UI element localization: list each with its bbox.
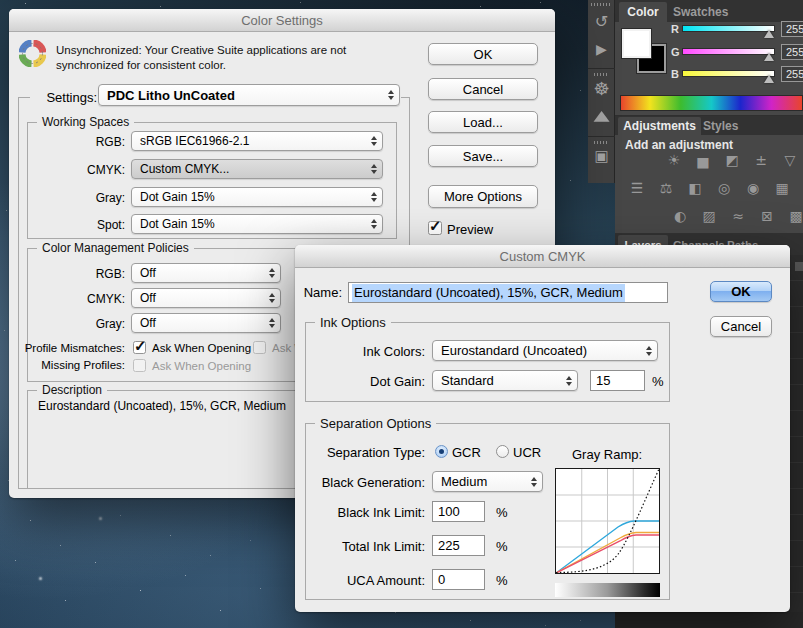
hue-saturation-icon[interactable]: ☰ <box>625 179 649 196</box>
dock-grip[interactable] <box>594 73 608 76</box>
cmp-gray-popup[interactable]: Off <box>131 313 281 333</box>
cmp-rgb-label: RGB: <box>29 267 125 281</box>
ws-spot-popup[interactable]: Dot Gain 15% <box>131 214 383 234</box>
gcr-label: GCR <box>452 445 481 460</box>
policies-legend: Color Management Policies <box>37 241 194 256</box>
preview-checkbox[interactable] <box>428 221 442 235</box>
black-ink-limit-field[interactable]: 100 <box>432 501 485 522</box>
missing-ask-checkbox[interactable] <box>133 359 146 372</box>
panel-dock-strip: ↺ ▶ ☸ ▲ ▣ <box>588 0 615 183</box>
channel-label-b: B <box>671 68 679 80</box>
green-slider-handle[interactable] <box>764 53 774 61</box>
ws-spot-label: Spot: <box>29 218 125 232</box>
dot-gain-amount-field[interactable]: 15 <box>590 370 645 391</box>
cmyk-ok-button[interactable]: OK <box>710 281 772 302</box>
dock-grip[interactable] <box>591 3 611 6</box>
dot-gain-popup[interactable]: Standard <box>432 370 578 391</box>
green-value-field[interactable]: 255 <box>781 44 803 60</box>
tab-swatches[interactable]: Swatches <box>673 2 728 22</box>
dock-grip[interactable] <box>594 141 608 144</box>
cmp-cmyk-popup[interactable]: Off <box>131 288 281 308</box>
black-generation-popup[interactable]: Medium <box>432 471 543 492</box>
name-field[interactable]: Eurostandard (Uncoated), 15%, GCR, Mediu… <box>348 282 668 303</box>
description-legend: Description <box>37 383 107 398</box>
channel-label-g: G <box>671 46 680 58</box>
threed-panel-icon[interactable]: ▣ <box>588 147 615 165</box>
color-balance-icon[interactable]: ⚖ <box>654 179 678 196</box>
dock-divider <box>588 136 615 137</box>
add-adjustment-label: Add an adjustment <box>625 138 733 152</box>
ws-rgb-popup[interactable]: sRGB IEC61966-2.1 <box>131 131 383 151</box>
brightness-contrast-icon[interactable]: ☀ <box>662 151 686 168</box>
actions-panel-icon[interactable]: ▶ <box>588 41 615 57</box>
popup-stepper-icon <box>531 477 537 487</box>
green-slider[interactable] <box>682 48 775 55</box>
invert-icon[interactable]: ◐ <box>668 207 692 224</box>
cmp-rgb-popup[interactable]: Off <box>131 263 281 283</box>
load-button[interactable]: Load... <box>428 111 538 133</box>
photo-filter-icon[interactable]: ◎ <box>712 179 736 196</box>
blue-slider[interactable] <box>682 70 775 77</box>
exposure-icon[interactable]: ± <box>749 151 773 168</box>
uca-amount-field[interactable]: 0 <box>432 569 485 590</box>
dot-gain-label: Dot Gain: <box>295 374 425 389</box>
foreground-color-swatch[interactable] <box>622 29 651 58</box>
total-ink-limit-field[interactable]: 225 <box>432 535 485 556</box>
blue-value-field[interactable]: 255 <box>781 66 803 82</box>
popup-stepper-icon <box>371 219 377 229</box>
selective-color-icon[interactable]: ▩ <box>784 207 803 224</box>
ucr-radio[interactable] <box>496 445 509 458</box>
settings-label: Settings: <box>21 90 97 105</box>
ws-gray-popup[interactable]: Dot Gain 15% <box>131 187 383 207</box>
popup-stepper-icon <box>646 346 652 356</box>
ink-colors-popup[interactable]: Eurostandard (Uncoated) <box>432 340 658 361</box>
tab-adjustments[interactable]: Adjustments <box>618 117 701 135</box>
name-field-selected-text: Eurostandard (Uncoated), 15%, GCR, Mediu… <box>352 284 625 302</box>
more-options-button[interactable]: More Options <box>428 185 538 208</box>
unsync-message: Unsynchronized: Your Creative Suite appl… <box>56 43 346 73</box>
ask-when-opening-checkbox[interactable] <box>133 341 146 354</box>
ink-options-legend: Ink Options <box>315 315 391 330</box>
threshold-icon[interactable]: ≈ <box>726 207 750 224</box>
custom-cmyk-titlebar[interactable]: Custom CMYK <box>295 245 790 268</box>
blue-slider-handle[interactable] <box>764 75 774 83</box>
red-slider-handle[interactable] <box>764 30 774 38</box>
channel-mixer-icon[interactable]: ◉ <box>741 179 765 196</box>
color-settings-title: Color Settings <box>241 13 323 28</box>
levels-icon[interactable]: ▅ <box>691 151 715 168</box>
cmyk-cancel-button[interactable]: Cancel <box>710 316 772 337</box>
color-settings-titlebar[interactable]: Color Settings <box>9 9 555 32</box>
gradient-map-icon[interactable]: ⊠ <box>755 207 779 224</box>
save-button[interactable]: Save... <box>428 145 538 167</box>
cancel-button[interactable]: Cancel <box>428 78 538 100</box>
settings-popup[interactable]: PDC Litho UnCoated <box>98 84 400 106</box>
curves-icon[interactable]: ◩ <box>720 151 744 168</box>
vibrance-icon[interactable]: ▽ <box>778 151 802 168</box>
tab-styles[interactable]: Styles <box>703 117 738 135</box>
history-panel-icon[interactable]: ↺ <box>588 12 615 31</box>
working-spaces-legend: Working Spaces <box>37 115 134 130</box>
name-label: Name: <box>300 285 342 300</box>
black-ink-limit-percent: % <box>496 505 508 520</box>
separation-type-label: Separation Type: <box>295 445 425 460</box>
black-white-icon[interactable]: ◧ <box>683 179 707 196</box>
popup-stepper-icon <box>269 293 275 303</box>
red-value-field[interactable]: 255 <box>781 21 803 37</box>
ok-button[interactable]: OK <box>428 43 538 65</box>
gcr-radio[interactable] <box>435 445 448 458</box>
tab-color[interactable]: Color <box>619 2 667 22</box>
ask-when-opening-label: Ask When Opening <box>152 342 251 354</box>
description-text: Eurostandard (Uncoated), 15%, GCR, Mediu… <box>38 399 286 413</box>
red-slider[interactable] <box>682 25 775 32</box>
spectrum-ramp[interactable] <box>620 95 803 111</box>
dot-gain-percent: % <box>652 374 664 389</box>
color-lookup-icon[interactable]: ▦ <box>770 179 794 196</box>
ws-cmyk-popup[interactable]: Custom CMYK... <box>131 159 383 179</box>
posterize-icon[interactable]: ▨ <box>697 207 721 224</box>
navigator-panel-icon[interactable]: ☸ <box>588 78 615 99</box>
gray-ramp-chart <box>555 468 660 574</box>
ask-when-pasting-checkbox[interactable] <box>253 341 266 354</box>
profile-mismatches-label: Profile Mismatches: <box>15 342 125 354</box>
layers-panel-thumb <box>795 262 803 271</box>
black-generation-label: Black Generation: <box>295 475 425 490</box>
